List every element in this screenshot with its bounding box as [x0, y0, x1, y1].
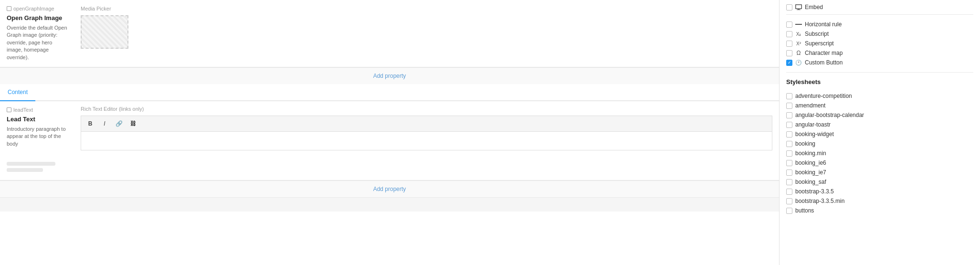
stylesheets-list: adventure-competition amendment angular-… [786, 89, 973, 217]
rte-italic-button[interactable]: I [98, 118, 111, 129]
placeholder-line-2 [7, 168, 43, 172]
sidebar-items-list: Horizontal rule X₂ Subscript X² Superscr… [786, 15, 973, 72]
stylesheet-item-2: angular-bootstrap-calendar [786, 110, 973, 120]
stylesheet-label-8: booking_ie7 [795, 169, 973, 176]
stylesheet-label-0: adventure-competition [795, 93, 973, 99]
stylesheet-checkbox-11[interactable] [786, 198, 792, 204]
hr-checkbox[interactable] [786, 21, 792, 28]
sidebar-item-subscript: X₂ Subscript [786, 29, 973, 39]
lock-icon-og [7, 6, 11, 11]
stylesheet-checkbox-5[interactable] [786, 141, 792, 147]
subscript-checkbox[interactable] [786, 31, 792, 37]
rte-label: Rich Text Editor (links only) [81, 106, 772, 112]
rte-link-button[interactable]: 🔗 [113, 118, 125, 129]
omega-icon: Ω [795, 50, 802, 56]
lead-placeholder-lines [7, 162, 67, 172]
field-description-og: Override the default Open Graph image (p… [7, 24, 67, 61]
lead-meta: leadText Lead Text Introductory paragrap… [0, 101, 74, 180]
hr-label: Horizontal rule [805, 21, 973, 28]
field-lock-og: openGraphImage [7, 6, 67, 11]
stylesheet-checkbox-2[interactable] [786, 112, 792, 118]
stylesheet-checkbox-3[interactable] [786, 122, 792, 128]
clock-icon: 🕐 [795, 59, 802, 66]
stylesheet-item-5: booking [786, 139, 973, 148]
stylesheet-checkbox-8[interactable] [786, 170, 792, 176]
stylesheet-checkbox-10[interactable] [786, 189, 792, 195]
subscript-icon: X₂ [795, 31, 802, 37]
tab-content[interactable]: Content [0, 84, 35, 101]
stylesheet-checkbox-7[interactable] [786, 160, 792, 166]
add-property-bar-1[interactable]: Add property [0, 67, 779, 84]
stylesheet-checkbox-12[interactable] [786, 208, 792, 214]
rte-content-area[interactable] [81, 131, 772, 150]
stylesheet-label-12: buttons [795, 207, 973, 214]
stylesheet-item-4: booking-widget [786, 129, 973, 139]
stylesheet-item-12: buttons [786, 206, 973, 215]
add-property-label-1: Add property [373, 73, 406, 79]
stylesheet-label-4: booking-widget [795, 131, 973, 138]
subscript-label: Subscript [805, 31, 973, 37]
field-title-lead: Lead Text [7, 116, 67, 123]
bottom-strip [0, 197, 779, 212]
custom-button-label: Custom Button [805, 59, 973, 66]
stylesheet-item-10: bootstrap-3.3.5 [786, 187, 973, 196]
hr-icon [795, 21, 802, 28]
custom-button-checkbox[interactable] [786, 60, 792, 66]
rte-bold-button[interactable]: B [84, 118, 96, 129]
stylesheet-label-6: booking.min [795, 150, 973, 157]
stylesheet-checkbox-6[interactable] [786, 150, 792, 157]
field-lock-label-og: openGraphImage [13, 6, 54, 11]
right-sidebar: Embed Horizontal rule X₂ Subscript X² Su… [780, 0, 980, 265]
sidebar-item-superscript: X² Superscript [786, 39, 973, 48]
embed-header-row: Embed [786, 0, 973, 15]
sidebar-item-charmap: Ω Character map [786, 48, 973, 58]
stylesheet-checkbox-0[interactable] [786, 93, 792, 99]
sidebar-item-hr: Horizontal rule [786, 20, 973, 29]
field-lock-lead: leadText [7, 107, 67, 113]
field-description-lead: Introductory paragraph to appear at the … [7, 126, 67, 148]
stylesheet-item-9: booking_saf [786, 177, 973, 187]
field-content-og: Media Picker [74, 0, 779, 67]
field-title-og: Open Graph Image [7, 14, 67, 21]
field-lock-label-lead: leadText [13, 107, 33, 113]
charmap-label: Character map [805, 50, 973, 56]
stylesheet-checkbox-9[interactable] [786, 179, 792, 185]
add-property-bar-2[interactable]: Add property [0, 180, 779, 197]
embed-label: Embed [805, 4, 973, 11]
superscript-label: Superscript [805, 40, 973, 47]
rte-container: Rich Text Editor (links only) B I 🔗 ⛓ [74, 101, 779, 180]
charmap-checkbox[interactable] [786, 50, 792, 56]
stylesheet-label-1: amendment [795, 102, 973, 109]
stylesheet-label-2: angular-bootstrap-calendar [795, 112, 973, 118]
stylesheet-label-11: bootstrap-3.3.5.min [795, 198, 973, 204]
stylesheet-item-8: booking_ie7 [786, 168, 973, 177]
rte-toolbar: B I 🔗 ⛓ [81, 116, 772, 131]
stylesheet-item-1: amendment [786, 101, 973, 110]
stylesheet-item-11: bootstrap-3.3.5.min [786, 196, 973, 206]
stylesheet-item-7: booking_ie6 [786, 158, 973, 168]
stylesheet-checkbox-1[interactable] [786, 103, 792, 109]
stylesheet-label-5: booking [795, 140, 973, 147]
stylesheet-item-0: adventure-competition [786, 91, 973, 101]
sidebar-item-custom-button: 🕐 Custom Button [786, 58, 973, 67]
stylesheet-item-3: angular-toastr [786, 120, 973, 129]
tab-content-label: Content [8, 89, 28, 95]
lock-icon-lead [7, 107, 11, 112]
embed-checkbox[interactable] [786, 4, 792, 11]
stylesheet-checkbox-4[interactable] [786, 131, 792, 138]
open-graph-section: openGraphImage Open Graph Image Override… [0, 0, 779, 67]
rte-unlink-button[interactable]: ⛓ [127, 118, 139, 129]
stylesheet-label-7: booking_ie6 [795, 159, 973, 166]
lead-text-section: leadText Lead Text Introductory paragrap… [0, 101, 779, 180]
media-picker-box[interactable] [81, 15, 128, 49]
superscript-checkbox[interactable] [786, 41, 792, 47]
placeholder-line-1 [7, 162, 55, 166]
stylesheet-label-10: bootstrap-3.3.5 [795, 188, 973, 195]
svg-rect-0 [796, 5, 802, 9]
stylesheet-label-3: angular-toastr [795, 121, 973, 128]
tabs-row: Content [0, 84, 779, 101]
main-content: openGraphImage Open Graph Image Override… [0, 0, 780, 265]
add-property-label-2: Add property [373, 186, 406, 192]
monitor-icon [795, 4, 802, 11]
stylesheets-header: Stylesheets [786, 72, 973, 89]
